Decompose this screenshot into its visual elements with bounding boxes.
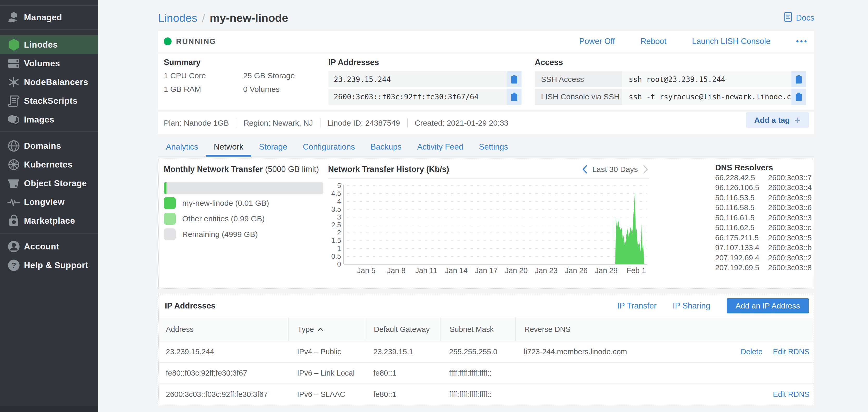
svg-text:3.5: 3.5 xyxy=(331,205,341,213)
plus-icon: + xyxy=(795,115,801,125)
sidebar-item-domains[interactable]: Domains xyxy=(0,137,98,155)
edit-rdns-link[interactable]: Edit RDNS xyxy=(773,390,809,399)
reboot-button[interactable]: Reboot xyxy=(641,37,666,46)
ip-transfer-link[interactable]: IP Transfer xyxy=(617,301,657,311)
sort-ascending-icon xyxy=(318,327,323,331)
sidebar-item-help-support[interactable]: ?Help & Support xyxy=(0,256,98,275)
access-row-value: ssh -t rsyracuse@lish-newark.linode.com xyxy=(622,89,806,105)
stackscripts-icon xyxy=(7,94,20,107)
ip-address-value: 2600:3c03::f03c:92ff:fe30:3f67/64 xyxy=(334,93,478,101)
svg-text:Jan 8: Jan 8 xyxy=(387,266,406,275)
dns-ipv6: 2600:3c03::6 xyxy=(768,203,812,212)
dns-resolvers-panel: DNS Resolvers 66.228.42.52600:3c03::796.… xyxy=(715,163,811,273)
sidebar-item-linodes[interactable]: Linodes xyxy=(0,35,98,54)
cell-type: IPv6 – SLAAC xyxy=(288,390,365,399)
svg-text:?: ? xyxy=(11,261,16,270)
sidebar-item-label: Volumes xyxy=(24,59,60,68)
dns-ipv6: 2600:3c03::2 xyxy=(768,253,812,262)
tab-settings[interactable]: Settings xyxy=(471,139,516,157)
add-tag-button[interactable]: Add a tag + xyxy=(746,112,809,128)
monthly-transfer-limit-note: (5000 GB limit) xyxy=(265,165,319,174)
nodebalancers-icon xyxy=(7,76,20,89)
access-row-label: LISH Console via SSH xyxy=(535,89,622,105)
chevron-left-icon[interactable] xyxy=(582,165,588,174)
sidebar-item-marketplace[interactable]: Marketplace xyxy=(0,211,98,230)
tab-configurations[interactable]: Configurations xyxy=(295,139,363,157)
svg-text:Jan 14: Jan 14 xyxy=(445,266,468,275)
legend-swatch xyxy=(164,228,176,240)
dns-ipv6: 2600:3c03::c xyxy=(768,224,811,232)
sidebar-item-object-storage[interactable]: Object Storage xyxy=(0,174,98,193)
ip-card-title: IP Addresses xyxy=(165,301,216,311)
column-header-label: Address xyxy=(166,325,193,334)
docs-link[interactable]: Docs xyxy=(784,12,814,24)
copy-icon[interactable] xyxy=(507,89,522,105)
tab-analytics[interactable]: Analytics xyxy=(158,139,206,157)
dns-ipv4: 66.228.42.5 xyxy=(715,173,768,182)
svg-text:Jan 23: Jan 23 xyxy=(535,266,558,275)
sidebar-item-nodebalancers[interactable]: NodeBalancers xyxy=(0,73,98,92)
ip-table-body: 23.239.15.244IPv4 – Public23.239.15.1255… xyxy=(159,341,814,405)
detail-separator xyxy=(320,118,320,128)
linodes-icon xyxy=(7,38,20,51)
dns-ipv4: 50.116.61.5 xyxy=(715,213,768,222)
legend-item-my-new-linode: my-new-linode (0.01 GB) xyxy=(164,197,323,209)
svg-text:Jan 26: Jan 26 xyxy=(565,266,588,275)
access-row-label: SSH Access xyxy=(535,71,622,88)
chevron-right-icon[interactable] xyxy=(643,165,648,174)
help-icon: ? xyxy=(7,259,20,272)
sidebar-group-2: DomainsKubernetesObject StorageLongviewM… xyxy=(0,131,98,233)
copy-icon[interactable] xyxy=(792,89,806,105)
sidebar-item-longview[interactable]: Longview xyxy=(0,193,98,211)
chart-title: Network Transfer History (Kb/s) xyxy=(328,165,449,174)
sidebar-item-images[interactable]: Images xyxy=(0,110,98,129)
column-header-label: Type xyxy=(298,325,314,334)
more-actions-button[interactable]: ••• xyxy=(796,37,808,46)
sidebar-item-account[interactable]: Account xyxy=(0,237,98,256)
summary-title: Summary xyxy=(164,57,295,68)
svg-text:4: 4 xyxy=(337,197,341,205)
breadcrumb-linodes-link[interactable]: Linodes xyxy=(158,12,197,25)
legend-swatch xyxy=(164,197,176,209)
add-ip-address-button[interactable]: Add an IP Address xyxy=(727,298,809,313)
power-off-button[interactable]: Power Off xyxy=(579,37,615,46)
sidebar-item-stackscripts[interactable]: StackScripts xyxy=(0,92,98,110)
monthly-transfer-title: Monthly Network Transfer xyxy=(164,165,263,174)
svg-text:0: 0 xyxy=(337,261,341,268)
edit-rdns-link[interactable]: Edit RDNS xyxy=(773,347,809,356)
delete-link[interactable]: Delete xyxy=(741,347,763,356)
tab-activity-feed[interactable]: Activity Feed xyxy=(409,139,471,157)
cell-actions: DeleteEdit RDNS xyxy=(672,347,814,356)
sidebar-item-kubernetes[interactable]: Kubernetes xyxy=(0,155,98,174)
tab-backups[interactable]: Backups xyxy=(363,139,409,157)
launch-lish-console-button[interactable]: Launch LISH Console xyxy=(692,37,771,46)
breadcrumb-separator: / xyxy=(202,12,205,25)
sidebar-item-volumes[interactable]: Volumes xyxy=(0,54,98,73)
summary-spec: 1 CPU Core xyxy=(164,71,243,80)
status-running-dot xyxy=(164,37,172,45)
dns-resolver-row: 207.192.69.42600:3c03::2 xyxy=(715,253,811,263)
ip-sharing-link[interactable]: IP Sharing xyxy=(673,301,710,311)
sidebar-item-managed[interactable]: Managed xyxy=(0,6,98,29)
copy-icon[interactable] xyxy=(792,71,806,88)
dns-resolver-row: 50.116.61.52600:3c03::3 xyxy=(715,213,811,223)
ip-address-value: 23.239.15.244 xyxy=(334,75,391,84)
svg-text:5: 5 xyxy=(337,182,341,190)
column-header-label: Reverse DNS xyxy=(524,325,570,334)
cell-address: 2600:3c03::f03c:92ff:fe30:3f67 xyxy=(159,390,288,399)
details-bar: Plan: Nanode 1GBRegion: Newark, NJLinode… xyxy=(158,112,814,134)
page-header: Linodes / my-new-linode Docs xyxy=(158,9,814,27)
dns-ipv4: 207.192.69.5 xyxy=(715,264,768,272)
column-header-label: Subnet Mask xyxy=(450,325,494,334)
tab-storage[interactable]: Storage xyxy=(251,139,295,157)
status-bar: RUNNING Power OffRebootLaunch LISH Conso… xyxy=(158,31,814,52)
cell-default-gateway: fe80::1 xyxy=(365,369,440,377)
sidebar-item-label: Longview xyxy=(24,197,65,207)
dns-ipv4: 50.116.53.5 xyxy=(715,194,768,202)
transfer-bar-segment xyxy=(164,182,166,194)
column-header-type[interactable]: Type xyxy=(288,318,365,341)
tab-network[interactable]: Network xyxy=(206,139,251,157)
copy-icon[interactable] xyxy=(507,71,522,88)
cell-reverse-dns: li723-244.members.linode.com xyxy=(515,347,672,356)
svg-text:Jan 20: Jan 20 xyxy=(505,266,527,275)
